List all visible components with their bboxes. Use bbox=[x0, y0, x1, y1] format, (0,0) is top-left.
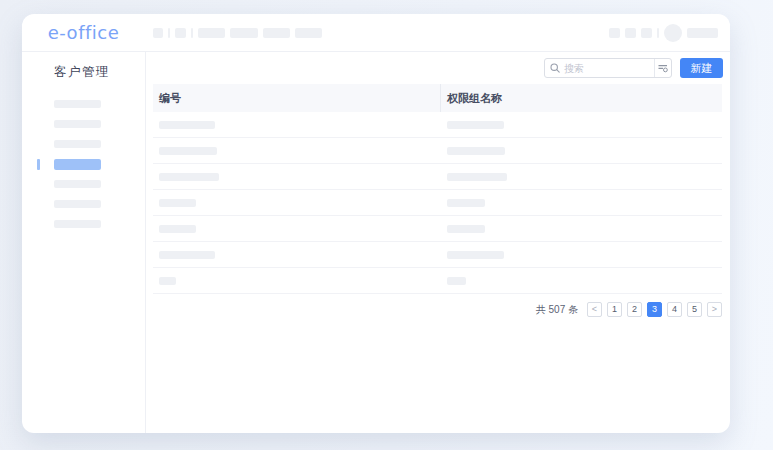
brand-logo: e-office bbox=[22, 22, 145, 43]
cell-skeleton bbox=[159, 277, 176, 285]
search-box[interactable] bbox=[544, 58, 672, 78]
table-cell bbox=[153, 277, 441, 285]
search-input[interactable] bbox=[564, 63, 654, 74]
active-item-indicator bbox=[37, 159, 40, 170]
sidebar-item-7[interactable] bbox=[22, 214, 145, 234]
cell-skeleton bbox=[447, 121, 504, 129]
cell-skeleton bbox=[447, 173, 507, 181]
skeleton-square bbox=[625, 28, 636, 38]
toolbar: 新建 bbox=[146, 52, 730, 84]
pagination-prev-button[interactable]: < bbox=[587, 302, 602, 317]
table-cell bbox=[441, 277, 722, 285]
app-header: e-office bbox=[22, 14, 730, 52]
advanced-filter-icon bbox=[658, 63, 668, 73]
skeleton-square bbox=[175, 28, 186, 38]
cell-skeleton bbox=[159, 251, 215, 259]
table-cell bbox=[441, 199, 722, 207]
cell-skeleton bbox=[159, 173, 219, 181]
table-cell bbox=[153, 225, 441, 233]
page-background: { "colors": { "accent": "#4486f6", "acce… bbox=[0, 0, 773, 450]
cell-skeleton bbox=[159, 199, 196, 207]
header-right-skeletons bbox=[609, 24, 718, 42]
cell-skeleton bbox=[159, 121, 215, 129]
skeleton-square bbox=[641, 28, 652, 38]
advanced-filter-button[interactable] bbox=[654, 59, 671, 77]
pagination: 共 507 条 < 12345 > bbox=[146, 302, 722, 317]
table-row bbox=[153, 242, 722, 268]
table-cell bbox=[153, 173, 441, 181]
sidebar-item-skeleton bbox=[54, 100, 101, 108]
table-cell bbox=[153, 147, 441, 155]
table-row bbox=[153, 138, 722, 164]
cell-skeleton bbox=[159, 147, 217, 155]
pagination-total: 共 507 条 bbox=[536, 303, 578, 317]
sidebar-item-2[interactable] bbox=[22, 114, 145, 134]
sidebar-item-3[interactable] bbox=[22, 134, 145, 154]
permission-group-table: 编号 权限组名称 bbox=[153, 84, 722, 294]
table-row bbox=[153, 112, 722, 138]
table-cell bbox=[441, 173, 722, 181]
table-cell bbox=[441, 147, 722, 155]
table-row bbox=[153, 216, 722, 242]
cell-skeleton bbox=[447, 225, 485, 233]
new-button[interactable]: 新建 bbox=[680, 58, 723, 78]
skeleton-sliver bbox=[191, 28, 193, 38]
pagination-page-3[interactable]: 3 bbox=[647, 302, 662, 317]
sidebar-item-1[interactable] bbox=[22, 94, 145, 114]
sidebar-item-skeleton bbox=[54, 120, 101, 128]
skeleton-sliver bbox=[657, 28, 659, 38]
table-body bbox=[153, 112, 722, 294]
table-cell bbox=[441, 251, 722, 259]
pagination-next-button[interactable]: > bbox=[707, 302, 722, 317]
skeleton-bar bbox=[295, 28, 322, 38]
skeleton-square bbox=[153, 28, 163, 38]
sidebar-item-5[interactable] bbox=[22, 174, 145, 194]
table-row bbox=[153, 268, 722, 294]
table-row bbox=[153, 164, 722, 190]
pagination-page-1[interactable]: 1 bbox=[607, 302, 622, 317]
main-area: 新建 编号 权限组名称 共 507 条 < 12345 > bbox=[146, 52, 730, 433]
sidebar-item-skeleton bbox=[54, 220, 101, 228]
sidebar-title: 客户管理 bbox=[54, 64, 145, 81]
column-header-permission-group-name: 权限组名称 bbox=[441, 91, 722, 106]
skeleton-bar bbox=[263, 28, 290, 38]
table-cell bbox=[441, 121, 722, 129]
app-card: e-office 客户管理 bbox=[22, 14, 730, 433]
cell-skeleton bbox=[447, 147, 505, 155]
table-row bbox=[153, 190, 722, 216]
sidebar: 客户管理 bbox=[22, 52, 146, 433]
sidebar-item-skeleton bbox=[54, 180, 101, 188]
skeleton-bar bbox=[230, 28, 258, 38]
table-header: 编号 权限组名称 bbox=[153, 84, 722, 112]
sidebar-item-4-active[interactable] bbox=[22, 154, 145, 174]
header-nav-skeletons bbox=[153, 28, 322, 38]
avatar-skeleton bbox=[664, 24, 682, 42]
sidebar-item-skeleton bbox=[54, 140, 101, 148]
pagination-page-5[interactable]: 5 bbox=[687, 302, 702, 317]
card-body: 客户管理 bbox=[22, 52, 730, 433]
sidebar-item-skeleton bbox=[54, 159, 101, 170]
skeleton-bar bbox=[687, 28, 718, 38]
skeleton-square bbox=[609, 28, 620, 38]
pagination-pages: 12345 bbox=[607, 302, 702, 317]
column-header-number: 编号 bbox=[153, 84, 441, 112]
table-cell bbox=[153, 199, 441, 207]
cell-skeleton bbox=[447, 199, 485, 207]
skeleton-bar bbox=[198, 28, 225, 38]
cell-skeleton bbox=[447, 277, 466, 285]
skeleton-sliver bbox=[168, 28, 170, 38]
sidebar-item-skeleton bbox=[54, 200, 101, 208]
pagination-page-2[interactable]: 2 bbox=[627, 302, 642, 317]
table-cell bbox=[441, 225, 722, 233]
cell-skeleton bbox=[447, 251, 504, 259]
pagination-page-4[interactable]: 4 bbox=[667, 302, 682, 317]
search-icon bbox=[550, 63, 560, 73]
sidebar-menu bbox=[22, 94, 145, 234]
sidebar-item-6[interactable] bbox=[22, 194, 145, 214]
cell-skeleton bbox=[159, 225, 196, 233]
table-cell bbox=[153, 251, 441, 259]
table-cell bbox=[153, 121, 441, 129]
